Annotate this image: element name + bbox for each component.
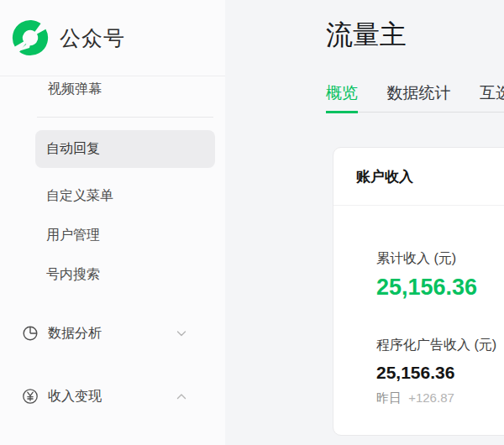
account-income-card: 账户收入 累计收入 (元) 25,156.36 程序化广告收入 (元) 25,1… (333, 147, 504, 436)
sidebar-item-user-management[interactable]: 用户管理 (35, 217, 215, 254)
sidebar-section-income-monetization[interactable]: 收入变现 (0, 378, 225, 415)
sidebar-nav: 视频弹幕 自动回复 自定义菜单 用户管理 号内搜索 (0, 76, 225, 415)
metric-cumulative-income: 累计收入 (元) 25,156.36 (376, 250, 504, 300)
tab-label: 互选广告 (480, 84, 504, 102)
yuan-circle-icon (22, 388, 39, 405)
pie-chart-icon (22, 325, 39, 342)
yesterday-label: 昨日 (376, 390, 402, 405)
sidebar-item-label: 视频弹幕 (48, 81, 102, 98)
sidebar-item-video-danmu[interactable]: 视频弹幕 (0, 76, 225, 102)
sidebar-section-label: 收入变现 (48, 388, 102, 406)
sidebar-item-label: 号内搜索 (46, 266, 100, 284)
chevron-up-icon (175, 390, 188, 403)
tab-data-statistics[interactable]: 数据统计 (386, 83, 450, 111)
metric-programmatic-ad-income: 程序化广告收入 (元) 25,156.36 昨日 +126.87 (376, 337, 504, 406)
sidebar-item-custom-menu[interactable]: 自定义菜单 (35, 177, 215, 215)
metric-label: 累计收入 (元) (376, 250, 504, 267)
sidebar-item-label: 用户管理 (46, 227, 100, 244)
sidebar-group-divider (37, 117, 213, 118)
main-content: 流量主 概览 数据统计 互选广告 账户收入 累计收入 (元) 25,156.36… (225, 0, 504, 445)
tab-mutual-selection-ads[interactable]: 互选广告 (480, 83, 504, 111)
metric-value: 25,156.36 (376, 275, 504, 300)
sidebar-item-label: 自定义菜单 (46, 187, 113, 205)
sidebar-header: 公众号 (0, 0, 225, 76)
tab-label: 数据统计 (386, 84, 450, 102)
sidebar-section-data-analysis[interactable]: 数据分析 (0, 315, 225, 352)
yesterday-delta: +126.87 (408, 390, 454, 405)
sidebar-section-label: 数据分析 (48, 325, 102, 343)
metric-value: 25,156.36 (376, 363, 504, 382)
page-title: 流量主 (326, 17, 407, 52)
wechat-official-accounts-logo-icon[interactable] (12, 19, 49, 56)
card-title: 账户收入 (333, 148, 504, 206)
metric-label: 程序化广告收入 (元) (376, 337, 504, 353)
card-body: 累计收入 (元) 25,156.36 程序化广告收入 (元) 25,156.36… (333, 206, 504, 406)
metric-subline: 昨日 +126.87 (376, 390, 504, 406)
chevron-down-icon (175, 327, 188, 340)
sidebar-item-auto-reply[interactable]: 自动回复 (35, 130, 215, 168)
tab-bar: 概览 数据统计 互选广告 (326, 83, 504, 113)
sidebar: 公众号 视频弹幕 自动回复 自定义菜单 用户管理 号内搜索 (0, 0, 225, 445)
brand-title: 公众号 (60, 24, 125, 52)
tab-label: 概览 (326, 84, 358, 102)
tab-overview[interactable]: 概览 (326, 83, 358, 113)
sidebar-item-label: 自动回复 (46, 140, 100, 158)
sidebar-item-account-search[interactable]: 号内搜索 (35, 256, 215, 294)
